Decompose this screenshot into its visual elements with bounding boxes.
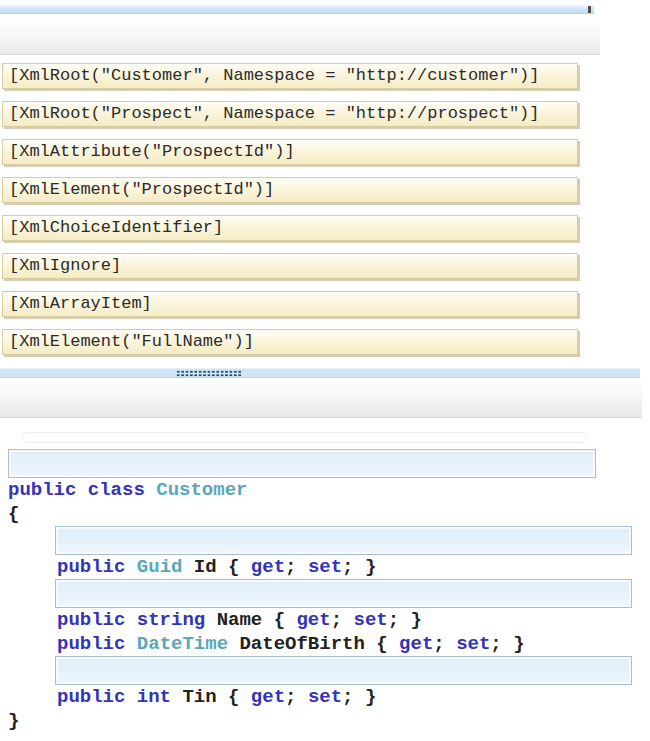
code-token-type: Guid: [137, 556, 194, 578]
pane-splitter[interactable]: [0, 368, 640, 378]
code-token-pl: ; }: [342, 556, 376, 578]
code-token-kw: set: [308, 686, 342, 708]
code-token-pl: ;: [285, 556, 308, 578]
option-card-xmlroot-customer[interactable]: [XmlRoot("Customer", Namespace = "http:/…: [2, 63, 578, 89]
code-line: public Guid Id { get; set; }: [57, 555, 650, 579]
code-token-pl: ; }: [490, 633, 524, 655]
code-token-pl: {: [8, 503, 19, 525]
code-line: public string Name { get; set; }: [57, 608, 650, 632]
code-token-pl: ; }: [388, 609, 422, 631]
code-token-type: Customer: [156, 479, 247, 501]
code-token-kw: public: [57, 633, 137, 655]
code-token-kw: get: [251, 556, 285, 578]
answer-area-header-band: [0, 378, 642, 418]
code-token-kw: set: [354, 609, 388, 631]
code-token-kw: get: [251, 686, 285, 708]
code-token-kw: get: [296, 609, 330, 631]
code-line: }: [8, 709, 650, 733]
option-card-xmlignore[interactable]: [XmlIgnore]: [2, 253, 578, 279]
code-token-pl: ;: [285, 686, 308, 708]
code-drop-slot[interactable]: [55, 526, 632, 555]
code-token-kw: get: [399, 633, 433, 655]
code-token-type: DateTime: [137, 633, 240, 655]
code-token-pl: Tin {: [182, 686, 250, 708]
code-drop-slot[interactable]: [55, 579, 632, 608]
option-card-xmlelement-prospectid[interactable]: [XmlElement("ProspectId")]: [2, 177, 578, 203]
code-panel: public class Customer{public Guid Id { g…: [0, 449, 650, 733]
code-token-pl: ;: [433, 633, 456, 655]
code-drop-slot[interactable]: [55, 656, 632, 685]
code-token-kw: public int: [57, 686, 182, 708]
option-card-xmlelement-fullname[interactable]: [XmlElement("FullName")]: [2, 329, 578, 355]
drag-grip-icon: [176, 370, 242, 377]
option-card-xmlchoiceidentifier[interactable]: [XmlChoiceIdentifier]: [2, 215, 578, 241]
code-drop-slot[interactable]: [8, 449, 596, 478]
code-token-kw: set: [456, 633, 490, 655]
code-token-kw: set: [308, 556, 342, 578]
code-token-kw: public string: [57, 609, 217, 631]
option-card-xmlarrayitem[interactable]: [XmlArrayItem]: [2, 291, 578, 317]
faint-outline: [22, 432, 587, 443]
code-line: {: [8, 502, 650, 526]
option-card-xmlattribute-prospectid[interactable]: [XmlAttribute("ProspectId")]: [2, 139, 578, 165]
code-token-pl: ; }: [342, 686, 376, 708]
option-card-xmlroot-prospect[interactable]: [XmlRoot("Prospect", Namespace = "http:/…: [2, 101, 578, 127]
code-token-pl: ;: [331, 609, 354, 631]
titlebar-edge-mark: [588, 6, 591, 13]
code-token-pl: DateOfBirth {: [239, 633, 399, 655]
code-token-kw: public class: [8, 479, 156, 501]
question-header-band: [0, 20, 600, 55]
code-token-pl: Id {: [194, 556, 251, 578]
code-line: public int Tin { get; set; }: [57, 685, 650, 709]
answer-options-panel: [XmlRoot("Customer", Namespace = "http:/…: [0, 63, 650, 355]
window-titlebar: [0, 5, 594, 14]
code-token-pl: Name {: [217, 609, 297, 631]
code-token-kw: public: [57, 556, 137, 578]
code-line: public class Customer: [8, 478, 650, 502]
code-line: public DateTime DateOfBirth { get; set; …: [57, 632, 650, 656]
code-token-pl: }: [8, 710, 19, 732]
